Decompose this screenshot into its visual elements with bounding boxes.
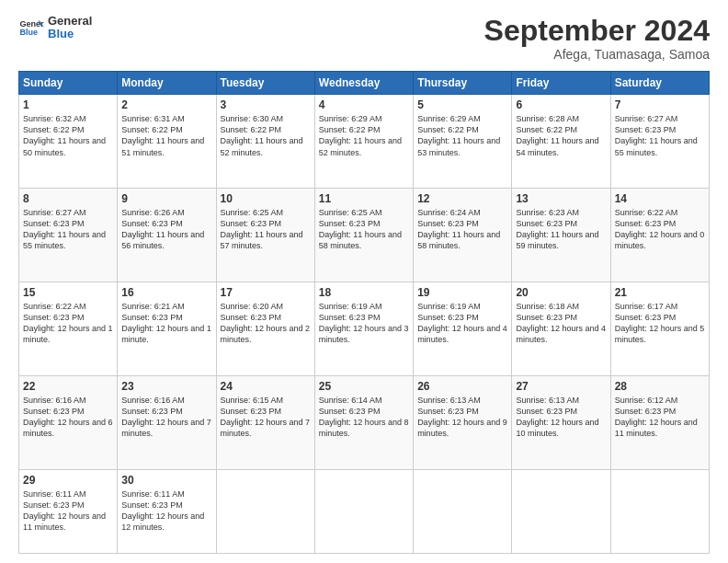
weekday-header-thursday: Thursday xyxy=(414,72,512,95)
logo: General Blue General Blue xyxy=(18,15,92,41)
day-number: 2 xyxy=(121,98,211,111)
day-number: 27 xyxy=(516,380,606,393)
calendar-cell xyxy=(512,469,610,553)
day-number: 11 xyxy=(319,192,409,205)
day-info: Sunrise: 6:24 AMSunset: 6:23 PMDaylight:… xyxy=(417,207,507,252)
day-number: 7 xyxy=(615,98,705,111)
day-info: Sunrise: 6:27 AMSunset: 6:23 PMDaylight:… xyxy=(615,113,705,158)
week-row-1: 1 Sunrise: 6:32 AMSunset: 6:22 PMDayligh… xyxy=(19,95,710,189)
calendar-cell: 26 Sunrise: 6:13 AMSunset: 6:23 PMDaylig… xyxy=(414,375,512,469)
day-number: 16 xyxy=(121,286,211,299)
day-number: 29 xyxy=(23,474,113,487)
day-info: Sunrise: 6:11 AMSunset: 6:23 PMDaylight:… xyxy=(121,488,211,534)
calendar-cell xyxy=(216,469,314,553)
day-info: Sunrise: 6:25 AMSunset: 6:23 PMDaylight:… xyxy=(319,207,409,252)
calendar-table: SundayMondayTuesdayWednesdayThursdayFrid… xyxy=(18,71,710,554)
day-number: 26 xyxy=(417,380,507,393)
day-info: Sunrise: 6:15 AMSunset: 6:23 PMDaylight:… xyxy=(221,395,311,440)
calendar-cell: 18 Sunrise: 6:19 AMSunset: 6:23 PMDaylig… xyxy=(314,282,413,375)
calendar-cell: 1 Sunrise: 6:32 AMSunset: 6:22 PMDayligh… xyxy=(19,95,118,189)
day-number: 5 xyxy=(417,98,507,111)
svg-text:Blue: Blue xyxy=(19,29,38,38)
day-info: Sunrise: 6:27 AMSunset: 6:23 PMDaylight:… xyxy=(23,207,113,252)
day-number: 24 xyxy=(221,380,311,393)
calendar-cell: 8 Sunrise: 6:27 AMSunset: 6:23 PMDayligh… xyxy=(19,189,118,282)
calendar-cell: 14 Sunrise: 6:22 AMSunset: 6:23 PMDaylig… xyxy=(610,189,709,282)
day-number: 19 xyxy=(417,286,507,299)
calendar-cell xyxy=(414,469,512,553)
weekday-header-saturday: Saturday xyxy=(610,72,709,95)
calendar-cell: 20 Sunrise: 6:18 AMSunset: 6:23 PMDaylig… xyxy=(512,282,610,375)
day-info: Sunrise: 6:25 AMSunset: 6:23 PMDaylight:… xyxy=(221,207,311,252)
day-number: 3 xyxy=(221,98,311,111)
page: General Blue General Blue September 2024… xyxy=(0,0,728,563)
day-info: Sunrise: 6:11 AMSunset: 6:23 PMDaylight:… xyxy=(23,488,113,534)
weekday-header-wednesday: Wednesday xyxy=(314,72,413,95)
day-info: Sunrise: 6:13 AMSunset: 6:23 PMDaylight:… xyxy=(516,395,606,440)
title-block: September 2024 Afega, Tuamasaga, Samoa xyxy=(484,15,710,62)
day-info: Sunrise: 6:12 AMSunset: 6:23 PMDaylight:… xyxy=(615,395,705,440)
week-row-2: 8 Sunrise: 6:27 AMSunset: 6:23 PMDayligh… xyxy=(19,189,710,282)
day-info: Sunrise: 6:28 AMSunset: 6:22 PMDaylight:… xyxy=(516,113,606,158)
calendar-cell xyxy=(314,469,413,553)
day-info: Sunrise: 6:23 AMSunset: 6:23 PMDaylight:… xyxy=(516,207,606,252)
day-info: Sunrise: 6:21 AMSunset: 6:23 PMDaylight:… xyxy=(121,301,211,346)
day-info: Sunrise: 6:22 AMSunset: 6:23 PMDaylight:… xyxy=(615,207,705,252)
calendar-cell: 4 Sunrise: 6:29 AMSunset: 6:22 PMDayligh… xyxy=(314,95,413,189)
day-info: Sunrise: 6:16 AMSunset: 6:23 PMDaylight:… xyxy=(121,395,211,440)
day-number: 23 xyxy=(121,380,211,393)
day-number: 14 xyxy=(615,192,705,205)
logo-icon: General Blue xyxy=(18,15,44,40)
day-number: 1 xyxy=(23,98,113,111)
calendar-cell: 17 Sunrise: 6:20 AMSunset: 6:23 PMDaylig… xyxy=(216,282,314,375)
day-info: Sunrise: 6:30 AMSunset: 6:22 PMDaylight:… xyxy=(221,113,311,158)
day-number: 18 xyxy=(319,286,409,299)
day-number: 15 xyxy=(23,286,113,299)
day-number: 28 xyxy=(615,380,705,393)
calendar-title: September 2024 xyxy=(484,15,710,47)
day-number: 21 xyxy=(615,286,705,299)
day-info: Sunrise: 6:13 AMSunset: 6:23 PMDaylight:… xyxy=(417,395,507,440)
day-number: 4 xyxy=(319,98,409,111)
week-row-4: 22 Sunrise: 6:16 AMSunset: 6:23 PMDaylig… xyxy=(19,375,710,469)
day-number: 9 xyxy=(121,192,211,205)
calendar-cell: 30 Sunrise: 6:11 AMSunset: 6:23 PMDaylig… xyxy=(118,469,216,553)
calendar-cell: 22 Sunrise: 6:16 AMSunset: 6:23 PMDaylig… xyxy=(19,375,118,469)
day-number: 13 xyxy=(516,192,606,205)
week-row-5: 29 Sunrise: 6:11 AMSunset: 6:23 PMDaylig… xyxy=(19,469,710,553)
calendar-cell: 7 Sunrise: 6:27 AMSunset: 6:23 PMDayligh… xyxy=(610,95,709,189)
weekday-header-monday: Monday xyxy=(118,72,216,95)
day-number: 20 xyxy=(516,286,606,299)
calendar-cell: 15 Sunrise: 6:22 AMSunset: 6:23 PMDaylig… xyxy=(19,282,118,375)
weekday-header-friday: Friday xyxy=(512,72,610,95)
weekday-header-tuesday: Tuesday xyxy=(216,72,314,95)
calendar-cell: 19 Sunrise: 6:19 AMSunset: 6:23 PMDaylig… xyxy=(414,282,512,375)
calendar-cell: 5 Sunrise: 6:29 AMSunset: 6:22 PMDayligh… xyxy=(414,95,512,189)
calendar-cell: 2 Sunrise: 6:31 AMSunset: 6:22 PMDayligh… xyxy=(118,95,216,189)
calendar-cell: 25 Sunrise: 6:14 AMSunset: 6:23 PMDaylig… xyxy=(314,375,413,469)
calendar-cell: 29 Sunrise: 6:11 AMSunset: 6:23 PMDaylig… xyxy=(19,469,118,553)
day-info: Sunrise: 6:19 AMSunset: 6:23 PMDaylight:… xyxy=(319,301,409,346)
day-info: Sunrise: 6:18 AMSunset: 6:23 PMDaylight:… xyxy=(516,301,606,346)
calendar-cell: 12 Sunrise: 6:24 AMSunset: 6:23 PMDaylig… xyxy=(414,189,512,282)
day-info: Sunrise: 6:14 AMSunset: 6:23 PMDaylight:… xyxy=(319,395,409,440)
calendar-cell: 27 Sunrise: 6:13 AMSunset: 6:23 PMDaylig… xyxy=(512,375,610,469)
day-number: 25 xyxy=(319,380,409,393)
day-info: Sunrise: 6:17 AMSunset: 6:23 PMDaylight:… xyxy=(615,301,705,346)
calendar-cell: 11 Sunrise: 6:25 AMSunset: 6:23 PMDaylig… xyxy=(314,189,413,282)
calendar-cell: 24 Sunrise: 6:15 AMSunset: 6:23 PMDaylig… xyxy=(216,375,314,469)
logo-general: General xyxy=(48,15,92,28)
calendar-cell: 28 Sunrise: 6:12 AMSunset: 6:23 PMDaylig… xyxy=(610,375,709,469)
day-info: Sunrise: 6:16 AMSunset: 6:23 PMDaylight:… xyxy=(23,395,113,440)
day-number: 6 xyxy=(516,98,606,111)
day-info: Sunrise: 6:19 AMSunset: 6:23 PMDaylight:… xyxy=(417,301,507,346)
day-number: 30 xyxy=(121,474,211,487)
calendar-cell: 16 Sunrise: 6:21 AMSunset: 6:23 PMDaylig… xyxy=(118,282,216,375)
day-number: 8 xyxy=(23,192,113,205)
calendar-cell: 21 Sunrise: 6:17 AMSunset: 6:23 PMDaylig… xyxy=(610,282,709,375)
day-info: Sunrise: 6:29 AMSunset: 6:22 PMDaylight:… xyxy=(417,113,507,158)
day-number: 17 xyxy=(221,286,311,299)
day-info: Sunrise: 6:29 AMSunset: 6:22 PMDaylight:… xyxy=(319,113,409,158)
day-info: Sunrise: 6:26 AMSunset: 6:23 PMDaylight:… xyxy=(121,207,211,252)
day-number: 10 xyxy=(221,192,311,205)
